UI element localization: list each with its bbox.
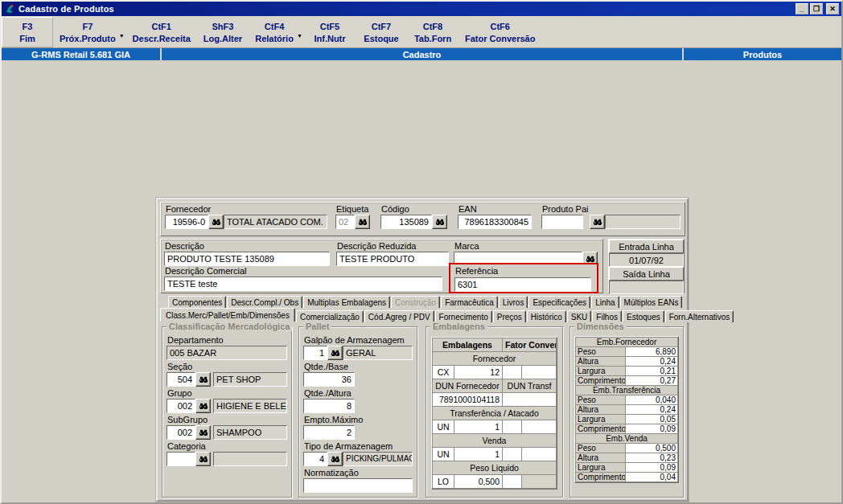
tab-forn-alternativos[interactable]: Forn.Alternativos: [665, 310, 734, 322]
tipo-armazenagem-lookup-button[interactable]: [327, 452, 343, 466]
dim-row-value: 6,890: [626, 347, 678, 357]
dropdown-arrow-icon[interactable]: ▼: [119, 33, 125, 39]
ean-input[interactable]: [458, 215, 532, 229]
venda-unit-cell: UN: [433, 448, 454, 461]
grupo-lookup-button[interactable]: [195, 399, 211, 413]
codigo-lookup-button[interactable]: [432, 215, 447, 229]
dim-row-label: Largura: [576, 367, 626, 376]
toolbar-button-tab-forn[interactable]: CtF8 Tab.Forn: [407, 17, 459, 47]
venda-section-header: Venda: [433, 434, 557, 448]
produto-pai-input[interactable]: [541, 215, 583, 229]
tab-especificacoes[interactable]: Especificações: [528, 296, 590, 308]
fornecedor-code-input[interactable]: [165, 215, 208, 229]
secao-code-input[interactable]: [167, 372, 195, 387]
tab-cod-agreg-pdv[interactable]: Cód.Agreg / PDV: [364, 310, 434, 322]
toolbar-button-inf-nutr[interactable]: CtF5 Inf.Nutr: [304, 17, 356, 47]
codigo-input[interactable]: [380, 215, 432, 229]
binoculars-icon: [198, 401, 209, 411]
toolbar-button-fim[interactable]: F3 Fim: [2, 17, 53, 47]
categoria-lookup-button[interactable]: [195, 452, 211, 466]
venda-fator-cell-2: [522, 448, 557, 461]
grupo-code-input[interactable]: [167, 399, 195, 413]
toolbar-label: Estoque: [364, 34, 398, 43]
dun-fornecedor-header: DUN Fornecedor: [433, 379, 503, 393]
subgrupo-code-input[interactable]: [167, 425, 195, 440]
marca-label: Marca: [454, 241, 600, 251]
transferencia-fator-cell-1: [503, 420, 522, 434]
toolbar-key: CtF7: [372, 22, 391, 31]
tab-multiplos-eans[interactable]: Múltiplos EANs: [620, 296, 683, 308]
toolbar-button-log-alter[interactable]: ShF3 Log.Alter: [197, 17, 249, 47]
tab-filhos[interactable]: Filhos: [592, 310, 622, 322]
minimize-button[interactable]: _: [796, 3, 808, 14]
tab-fornecimento[interactable]: Fornecimento: [435, 310, 492, 322]
binoculars-icon: [330, 454, 341, 464]
dun-transf-value-cell: [503, 393, 557, 407]
empto-maximo-label: Empto.Máximo: [304, 415, 413, 424]
etiqueta-input: [335, 215, 355, 229]
galpao-lookup-button[interactable]: [327, 346, 343, 360]
descricao-comercial-input[interactable]: [164, 277, 442, 291]
toolbar-button-prox-produto[interactable]: F7 Próx.Produto: [53, 17, 122, 47]
galpao-code-input[interactable]: [303, 346, 327, 360]
qtde-base-label: Qtde./Base: [304, 362, 413, 371]
secao-lookup-button[interactable]: [195, 372, 211, 387]
fator-conversao-col-header: Fator Conversão: [503, 338, 557, 352]
qtde-altura-input[interactable]: [303, 399, 355, 413]
categoria-code-input[interactable]: [167, 452, 195, 466]
dim-row-value: 0,040: [626, 395, 678, 405]
linha-panel: Entrada Linha 01/07/92 Saída Linha: [608, 239, 685, 293]
qtde-base-input[interactable]: [303, 372, 355, 387]
tab-linha[interactable]: Linha: [591, 296, 619, 308]
secao-label: Seção: [167, 362, 287, 371]
dim-row-value: 0,27: [626, 376, 678, 386]
group-pallet: Pallet Galpão de Armazenagem: [298, 326, 417, 498]
entrada-linha-header: Entrada Linha: [609, 240, 684, 253]
toolbar-label: Fim: [19, 34, 35, 43]
fornecedor-lookup-button[interactable]: [208, 215, 224, 229]
galpao-name-field: GERAL: [343, 346, 413, 360]
peso-unit-cell: LO: [433, 475, 454, 489]
tab-descr-compl-obs[interactable]: Descr.Compl./ Obs: [227, 296, 302, 308]
tab-componentes[interactable]: Componentes: [168, 296, 226, 308]
tab-sku[interactable]: SKU: [567, 310, 592, 322]
group-caption: Dimensões: [574, 322, 627, 331]
tab-estoques[interactable]: Estoques: [623, 310, 664, 322]
restore-button[interactable]: ❐: [810, 3, 823, 14]
normatizacao-input[interactable]: [303, 478, 413, 493]
tab-multiplas-embalagens[interactable]: Multiplas Embalagens: [303, 296, 390, 308]
transferencia-section-header: Transferência / Atacado: [433, 407, 557, 420]
toolbar-button-descr-receita[interactable]: CtF1 Descr.Receita: [126, 17, 197, 47]
produto-pai-name-field: [605, 215, 681, 229]
fornecedor-qty-cell: 12: [454, 366, 503, 379]
referencia-input[interactable]: [454, 277, 591, 292]
dim-section-header: Emb.Venda: [576, 434, 678, 444]
dim-row-label: Altura: [576, 405, 626, 415]
tipo-armazenagem-code-input[interactable]: [303, 452, 327, 466]
saida-linha-value: [609, 281, 684, 294]
dim-row-value: 0,09: [626, 424, 678, 434]
tab-farmaceutica[interactable]: Farmacêutica: [441, 296, 498, 308]
produto-pai-label: Produto Pai: [542, 204, 681, 214]
toolbar-button-estoque[interactable]: CtF7 Estoque: [356, 17, 407, 47]
fornecedor-name-field: TOTAL ATACADO COM.: [224, 215, 327, 229]
empto-maximo-input[interactable]: [303, 425, 355, 440]
tab-precos[interactable]: Preços: [493, 310, 526, 322]
subgrupo-lookup-button[interactable]: [195, 425, 211, 440]
tab-class-merc-pallet-emb-dimensoes[interactable]: Class.Merc/Pallet/Emb/Dimensões: [160, 308, 295, 322]
tab-historico[interactable]: Histórico: [527, 310, 566, 322]
dun-transf-header: DUN Transf: [503, 379, 557, 393]
descricao-reduzida-input[interactable]: [336, 252, 449, 266]
produto-pai-lookup-button[interactable]: [590, 215, 605, 229]
peso-fator-cell-1: [503, 475, 522, 489]
toolbar-button-relatorio[interactable]: CtF4 Relatório: [249, 17, 300, 47]
categoria-name-field: [213, 452, 287, 466]
tab-construcao: Construção: [391, 296, 440, 308]
descricao-input[interactable]: [164, 252, 330, 266]
dropdown-arrow-icon[interactable]: ▼: [297, 33, 302, 39]
etiqueta-lookup-button[interactable]: [355, 215, 370, 229]
tab-comercializacao[interactable]: Comercialização: [296, 310, 364, 322]
toolbar-button-fator-conversao[interactable]: CtF6 Fator Conversão: [459, 17, 541, 47]
tab-livros[interactable]: Livros: [499, 296, 528, 308]
close-button[interactable]: ✕: [826, 3, 839, 14]
